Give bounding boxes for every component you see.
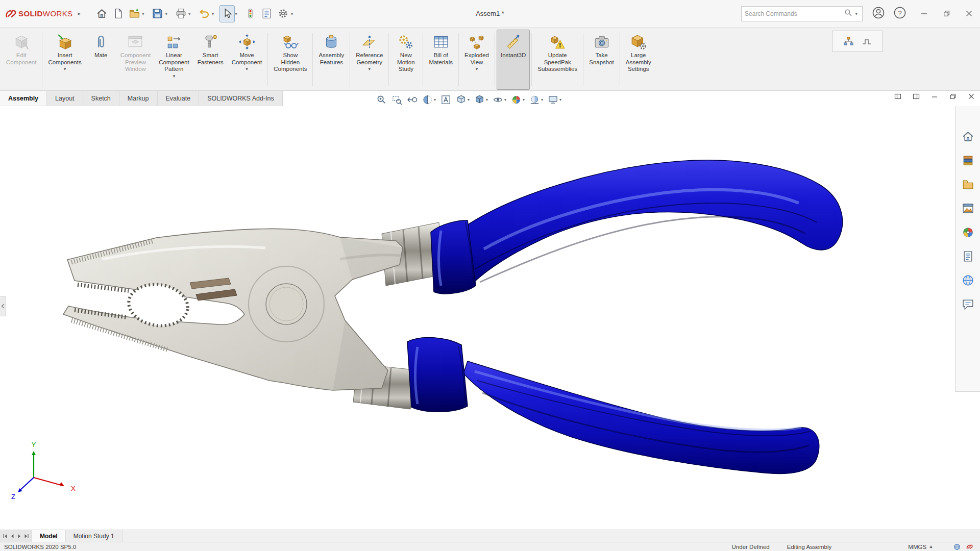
document-properties-button[interactable] xyxy=(259,5,275,22)
status-logo-icon[interactable] xyxy=(966,543,973,550)
doc-restore-icon[interactable] xyxy=(949,93,957,100)
pliers-head[interactable] xyxy=(63,229,403,390)
tab-assembly[interactable]: Assembly xyxy=(0,91,47,106)
ribbon-button-smart-fasteners[interactable]: Smart Fasteners xyxy=(193,30,228,90)
dropdown-arrow[interactable]: ▾ xyxy=(369,66,371,71)
ribbon-button-mate[interactable]: Mate xyxy=(86,30,116,90)
dropdown-arrow[interactable]: ▾ xyxy=(504,97,506,102)
ribbon-button-bill-of-materials[interactable]: Bill of Materials xyxy=(425,30,457,90)
edit-appearance-button[interactable]: ▾ xyxy=(510,93,525,107)
tab-solidworks-add-ins[interactable]: SOLIDWORKS Add-Ins xyxy=(199,91,283,106)
ribbon-button-exploded-view[interactable]: Exploded View ▾ xyxy=(460,30,493,90)
user-forum-button[interactable] xyxy=(958,294,977,314)
selection-filter-button[interactable] xyxy=(243,5,258,22)
previous-tab-button[interactable] xyxy=(10,534,15,539)
dropdown-arrow[interactable]: ▾ xyxy=(434,97,436,102)
zoom-to-area-button[interactable] xyxy=(391,93,403,107)
view-orientation-button[interactable]: ▾ xyxy=(455,93,470,107)
ribbon-button-new-motion-study[interactable]: New Motion Study xyxy=(390,30,421,90)
graphics-viewport[interactable]: ▾ ▾ ▾ ▾ ▾ ▾ ▾ xyxy=(0,106,980,530)
tab-layout[interactable]: Layout xyxy=(47,91,83,106)
display-style-button[interactable]: ▾ xyxy=(474,93,488,107)
doc-minimize-icon[interactable] xyxy=(931,93,938,100)
home-button[interactable] xyxy=(94,5,109,22)
restore-button[interactable] xyxy=(935,0,958,28)
doc-close-icon[interactable] xyxy=(968,93,975,100)
ribbon-button-move-component[interactable]: Move Component ▾ xyxy=(228,30,266,90)
appearances-scenes-button[interactable] xyxy=(958,222,977,242)
search-dropdown-arrow[interactable]: ▾ xyxy=(855,11,857,16)
dropdown-arrow[interactable]: ▾ xyxy=(173,73,176,79)
custom-properties-button[interactable] xyxy=(958,246,977,266)
view-settings-button[interactable]: ▾ xyxy=(547,93,562,107)
ribbon-button-linear-component-pattern[interactable]: Linear Component Pattern ▾ xyxy=(155,30,193,90)
model-tab[interactable]: Model xyxy=(32,530,66,542)
upper-ferrule[interactable] xyxy=(431,220,476,294)
dropdown-arrow[interactable]: ▾ xyxy=(559,97,561,102)
print-dropdown-arrow[interactable]: ▾ xyxy=(188,11,191,16)
pane-right-icon[interactable] xyxy=(913,93,920,100)
options-dropdown-arrow[interactable]: ▾ xyxy=(291,11,293,16)
ribbon-button-edit-component[interactable]: Edit Component xyxy=(2,30,40,90)
account-button[interactable] xyxy=(870,5,887,22)
motion-study-tab[interactable]: Motion Study 1 xyxy=(66,530,122,542)
previous-view-button[interactable] xyxy=(406,93,418,107)
dropdown-arrow[interactable]: ▾ xyxy=(523,97,525,102)
dropdown-arrow[interactable]: ▾ xyxy=(486,97,488,102)
save-dropdown-arrow[interactable]: ▾ xyxy=(165,11,168,16)
ribbon-button-instant3d[interactable]: Instant3D xyxy=(497,30,530,90)
search-icon[interactable] xyxy=(844,9,852,18)
open-dropdown-arrow[interactable]: ▾ xyxy=(142,11,144,16)
hierarchy-icon[interactable] xyxy=(843,36,853,46)
dropdown-arrow[interactable]: ▾ xyxy=(64,66,66,71)
close-button[interactable] xyxy=(958,0,980,28)
section-view-button[interactable]: ▾ xyxy=(422,93,436,107)
last-tab-button[interactable] xyxy=(24,534,29,539)
search-commands-input[interactable] xyxy=(745,10,842,17)
new-document-button[interactable] xyxy=(110,5,126,22)
tab-sketch[interactable]: Sketch xyxy=(83,91,119,106)
globe-icon[interactable] xyxy=(953,543,961,550)
view-palette-button[interactable] xyxy=(958,198,977,218)
ribbon-button-component-preview-window[interactable]: Component Preview Window xyxy=(116,30,155,90)
dropdown-arrow[interactable]: ▾ xyxy=(468,97,470,102)
ribbon-button-insert-components[interactable]: Insert Components ▾ xyxy=(44,30,85,90)
ribbon-button-take-snapshot[interactable]: Take Snapshot xyxy=(585,30,618,90)
undo-button[interactable] xyxy=(197,5,212,22)
save-button[interactable] xyxy=(150,5,165,22)
apply-scene-button[interactable]: ▾ xyxy=(529,93,544,107)
zoom-to-fit-button[interactable] xyxy=(376,93,387,107)
pivot-boss[interactable] xyxy=(266,284,307,324)
print-button[interactable] xyxy=(173,5,188,22)
ribbon-button-show-hidden-components[interactable]: Show Hidden Components xyxy=(270,30,311,90)
ribbon-button-assembly-features[interactable]: Assembly Features xyxy=(314,30,348,90)
ribbon-button-update-speedpak-subassemblies[interactable]: Update SpeedPak Subassemblies xyxy=(533,30,581,90)
dropdown-arrow[interactable]: ▾ xyxy=(246,66,248,71)
pane-left-icon[interactable] xyxy=(894,93,901,100)
file-explorer-button[interactable] xyxy=(958,174,977,194)
tab-evaluate[interactable]: Evaluate xyxy=(158,91,200,106)
ribbon-button-large-assembly-settings[interactable]: Large Assembly Settings xyxy=(622,30,655,90)
dropdown-arrow[interactable]: ▾ xyxy=(476,66,478,71)
units-selector[interactable]: MMGS▲ xyxy=(908,544,933,550)
undo-dropdown-arrow[interactable]: ▾ xyxy=(212,11,214,16)
featuremanager-collapse-tab[interactable] xyxy=(0,296,6,316)
step-profile-icon[interactable] xyxy=(862,36,872,46)
solidworks-resources-button[interactable] xyxy=(958,127,977,146)
options-button[interactable] xyxy=(276,5,291,22)
next-tab-button[interactable] xyxy=(17,534,22,539)
minimize-button[interactable] xyxy=(913,0,935,28)
upper-handle[interactable] xyxy=(463,160,843,289)
dropdown-arrow[interactable]: ▾ xyxy=(541,97,543,102)
design-library-button[interactable] xyxy=(958,151,977,170)
hide-show-items-button[interactable]: ▾ xyxy=(492,93,507,107)
first-tab-button[interactable] xyxy=(3,534,8,539)
select-tool-button[interactable] xyxy=(219,5,235,22)
select-dropdown-arrow[interactable]: ▾ xyxy=(235,11,237,16)
tab-markup[interactable]: Markup xyxy=(119,91,158,106)
menu-flyout-arrow[interactable]: ▸ xyxy=(78,10,81,17)
pliers-assembly-model[interactable] xyxy=(0,106,980,530)
lower-ferrule[interactable] xyxy=(407,337,468,412)
solidworks-connected-button[interactable] xyxy=(958,270,977,290)
help-button[interactable]: ? xyxy=(891,5,909,22)
